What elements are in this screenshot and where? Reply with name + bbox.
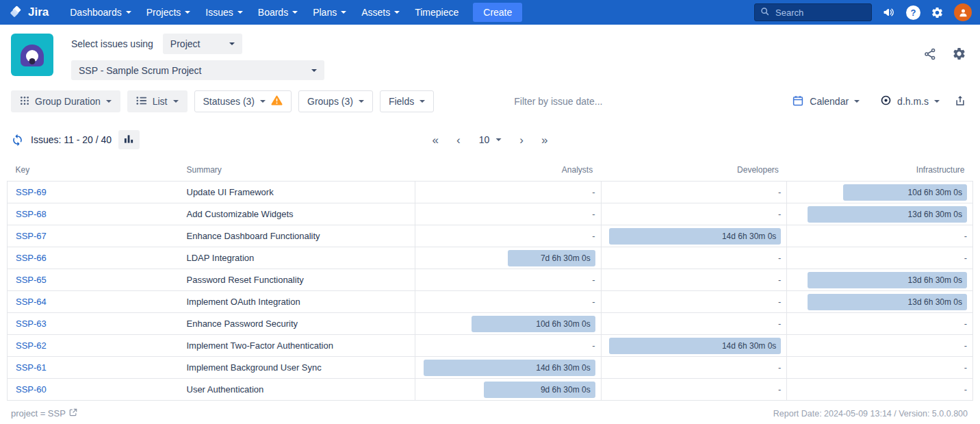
next-page-button[interactable]: ›: [515, 133, 528, 147]
table-row: SSP-64Implement OAuth Integration--13d 6…: [8, 291, 973, 313]
project-select[interactable]: SSP - Sample Scrum Project: [71, 60, 324, 80]
chevron-down-icon: [934, 100, 940, 103]
issue-source-value: Project: [170, 38, 201, 49]
search-input[interactable]: [774, 7, 866, 18]
table-row: SSP-65Password Reset Functionality--13d …: [8, 269, 973, 291]
issue-key-link[interactable]: SSP-61: [16, 362, 47, 373]
table-row: SSP-68Add Customizable Widgets--13d 6h 3…: [8, 203, 973, 225]
summary-cell: Implement Two-Factor Authentication: [179, 335, 415, 357]
nav-item-projects[interactable]: Projects: [139, 0, 198, 25]
groups-label: Groups (3): [307, 96, 353, 107]
nav-menu: DashboardsProjectsIssuesBoardsPlansAsset…: [62, 0, 466, 25]
view-list-button[interactable]: List: [127, 90, 188, 112]
refresh-icon[interactable]: [11, 134, 24, 147]
share-icon[interactable]: [923, 47, 937, 61]
duration-format-label: d.h.m.s: [897, 96, 929, 107]
issue-key-link[interactable]: SSP-68: [16, 209, 47, 219]
nav-item-plans[interactable]: Plans: [305, 0, 354, 25]
report-settings-gear-icon[interactable]: [952, 47, 966, 61]
fields-button[interactable]: Fields: [380, 90, 434, 112]
infrastructure-duration-cell: -: [787, 379, 973, 401]
issue-key-link[interactable]: SSP-65: [16, 275, 47, 285]
chevron-down-icon: [260, 100, 266, 103]
prev-page-button[interactable]: ‹: [452, 133, 465, 147]
nav-item-assets[interactable]: Assets: [354, 0, 407, 25]
create-button[interactable]: Create: [473, 3, 522, 22]
nav-item-dashboards[interactable]: Dashboards: [62, 0, 139, 25]
calendar-button[interactable]: Calendar: [783, 90, 868, 112]
duration-label: 13d 6h 30m 0s: [908, 297, 962, 307]
project-select-value: SSP - Sample Scrum Project: [79, 65, 201, 76]
issue-key-link[interactable]: SSP-62: [16, 340, 47, 351]
developers-duration-cell: -: [601, 182, 787, 203]
duration-bar: 13d 6h 30m 0s: [808, 206, 967, 223]
nav-item-issues[interactable]: Issues: [198, 0, 250, 25]
analysts-duration-cell: 14d 6h 30m 0s: [415, 357, 602, 379]
group-duration-button[interactable]: Group Duration: [11, 90, 120, 112]
chevron-down-icon: [854, 100, 860, 103]
issue-key-link[interactable]: SSP-66: [16, 253, 47, 263]
key-cell: SSP-63: [8, 313, 179, 335]
help-icon[interactable]: ?: [906, 5, 920, 20]
chart-view-button[interactable]: [118, 130, 140, 149]
groups-button[interactable]: Groups (3): [298, 90, 373, 112]
chevron-down-icon: [394, 11, 400, 14]
duration-bar: 13d 6h 30m 0s: [808, 294, 967, 310]
nav-item-timepiece[interactable]: Timepiece: [407, 0, 466, 25]
nav-item-label: Assets: [361, 7, 390, 18]
page-size-select[interactable]: 10: [474, 132, 507, 148]
issue-date-filter-input[interactable]: [513, 95, 776, 108]
issue-source-select[interactable]: Project: [163, 34, 242, 54]
nav-item-label: Dashboards: [70, 7, 122, 18]
infrastructure-duration-cell: 13d 6h 30m 0s: [787, 269, 973, 291]
developers-duration-cell: -: [601, 357, 787, 379]
statuses-button[interactable]: Statuses (3): [194, 90, 292, 112]
select-issues-label: Select issues using: [71, 38, 153, 49]
alien-figure: [21, 45, 44, 66]
analysts-duration-cell: -: [415, 269, 602, 291]
summary-cell: Enhance Password Security: [179, 313, 415, 335]
table-header-row: Key Summary Analysts Developers Infrastr…: [8, 159, 973, 182]
chevron-down-icon: [126, 11, 131, 14]
issue-key-link[interactable]: SSP-69: [16, 187, 47, 197]
calendar-label: Calendar: [810, 96, 849, 107]
chevron-down-icon: [341, 11, 346, 14]
key-cell: SSP-65: [8, 269, 179, 291]
col-header-key: Key: [8, 159, 179, 182]
header-controls: Select issues using Project SSP - Sample…: [71, 34, 324, 80]
first-page-button[interactable]: «: [428, 133, 443, 147]
nav-item-label: Timepiece: [415, 7, 459, 18]
duration-bar: 14d 6h 30m 0s: [609, 228, 781, 245]
header-icons: [923, 47, 966, 61]
issue-key-link[interactable]: SSP-64: [16, 297, 47, 307]
nav-item-boards[interactable]: Boards: [250, 0, 305, 25]
col-header-analysts: Analysts: [415, 159, 602, 182]
duration-format-button[interactable]: d.h.m.s: [871, 90, 949, 112]
search-box[interactable]: [754, 3, 872, 21]
analysts-duration-cell: 7d 6h 30m 0s: [415, 247, 602, 269]
issues-table: Key Summary Analysts Developers Infrastr…: [7, 159, 973, 401]
chevron-down-icon: [106, 100, 112, 103]
export-button[interactable]: [951, 92, 969, 112]
settings-gear-icon[interactable]: [931, 6, 944, 19]
analysts-duration-cell: -: [415, 335, 602, 357]
nav-item-label: Plans: [313, 7, 337, 18]
top-navbar: Jira DashboardsProjectsIssuesBoardsPlans…: [0, 0, 980, 25]
user-avatar[interactable]: [954, 3, 972, 21]
issue-key-link[interactable]: SSP-67: [16, 231, 47, 241]
megaphone-icon[interactable]: [882, 5, 896, 19]
issue-key-link[interactable]: SSP-63: [16, 319, 47, 329]
key-cell: SSP-69: [8, 182, 179, 203]
jira-brand[interactable]: Jira: [10, 5, 49, 19]
analysts-duration-cell: -: [415, 203, 602, 225]
analysts-duration-cell: -: [415, 291, 602, 313]
table-row: SSP-61Implement Background User Sync14d …: [8, 357, 973, 379]
summary-cell: Password Reset Functionality: [179, 269, 415, 291]
issue-key-link[interactable]: SSP-60: [16, 384, 47, 395]
report-filter-link[interactable]: project = SSP: [11, 408, 77, 419]
report-toolbar: Group Duration List Statuses (3) Groups …: [0, 84, 980, 119]
table-row: SSP-67Enhance Dashboard Functionality-14…: [8, 225, 973, 247]
last-page-button[interactable]: »: [537, 133, 552, 147]
nav-item-label: Boards: [258, 7, 288, 18]
key-cell: SSP-64: [8, 291, 179, 313]
